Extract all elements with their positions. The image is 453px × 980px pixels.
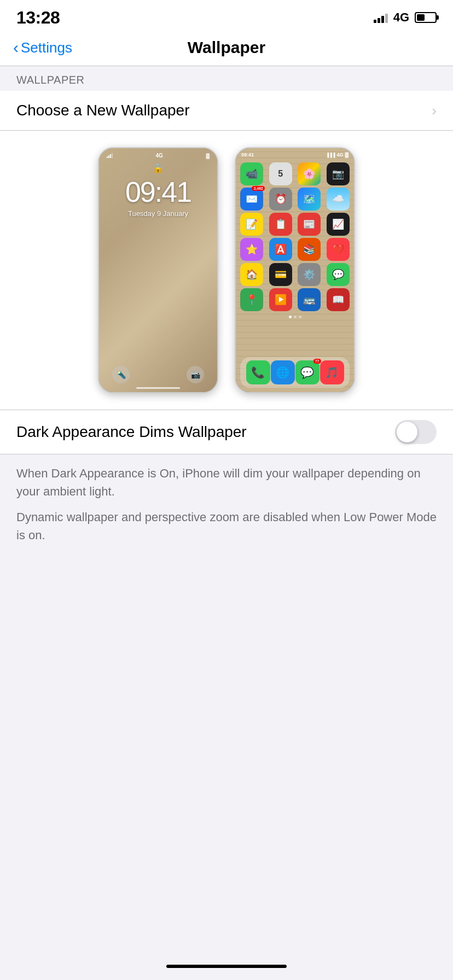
ls-home-indicator [136, 387, 180, 389]
app-photos[interactable]: 🌸 [298, 162, 321, 185]
status-bar: 13:28 4G [0, 0, 453, 33]
ls-time: 09:41 [125, 176, 191, 208]
flashlight-icon: 🔦 [112, 366, 130, 383]
hs-status-bar: 09:41 ▐▐▐ 4G ▓ [236, 148, 354, 159]
app-row-6: 📍 ▶️ 🚌 📖 [240, 288, 350, 311]
choose-wallpaper-row[interactable]: Choose a New Wallpaper › [0, 91, 453, 131]
app-health[interactable]: ❤️ [327, 238, 350, 261]
ls-date: Tuesday 9 January [128, 209, 188, 218]
dark-appearance-row: Dark Appearance Dims Wallpaper [0, 410, 453, 454]
app-camera[interactable]: 📷 [327, 162, 350, 185]
mail-badge: 3,482 [252, 186, 265, 191]
app-youtube[interactable]: ▶️ [269, 288, 292, 311]
lock-screen-preview[interactable]: 4G ▓ 🔒 09:41 Tuesday 9 January 🔦 📷 [98, 147, 218, 393]
app-news[interactable]: 📰 [298, 213, 321, 236]
app-mail[interactable]: ✉️ 3,482 [240, 188, 263, 211]
wallpaper-previews: 4G ▓ 🔒 09:41 Tuesday 9 January 🔦 📷 09:41… [0, 131, 453, 410]
description-2: Dynamic wallpaper and perspective zoom a… [16, 508, 437, 544]
nav-bar: ‹ Settings Wallpaper [0, 33, 453, 66]
home-screen-preview[interactable]: 09:41 ▐▐▐ 4G ▓ 📹 5 🌸 📷 ✉️ [235, 147, 355, 393]
app-maps[interactable]: 🗺️ [298, 188, 321, 211]
description-area: When Dark Appearance is On, iPhone will … [0, 454, 453, 554]
signal-bar-3 [381, 16, 384, 23]
battery-icon [415, 12, 437, 23]
page-title: Wallpaper [188, 38, 265, 57]
lock-icon: 🔒 [153, 163, 164, 173]
section-header: WALLPAPER [0, 66, 453, 91]
dock-safari[interactable]: 🌐 [271, 360, 295, 384]
ls-network: 4G [156, 153, 163, 159]
camera-icon: 📷 [187, 366, 204, 383]
dark-appearance-toggle[interactable] [395, 420, 437, 444]
app-calendar[interactable]: 5 [269, 162, 292, 185]
dock-phone[interactable]: 📞 [246, 360, 270, 384]
hs-battery: ▓ [345, 152, 349, 158]
signal-bars-icon [374, 12, 388, 23]
page-dots [240, 316, 350, 318]
app-settings[interactable]: ⚙️ [298, 263, 321, 286]
signal-bar-1 [374, 20, 376, 23]
app-appstore[interactable]: 🅰️ [269, 238, 292, 261]
app-home[interactable]: 🏠 [240, 263, 263, 286]
ls-signal-icon [107, 153, 113, 158]
app-collins[interactable]: 📖 [327, 288, 350, 311]
home-bar-area [0, 953, 453, 980]
app-testflight[interactable]: ⭐ [240, 238, 263, 261]
hs-time: 09:41 [241, 152, 254, 158]
description-1: When Dark Appearance is On, iPhone will … [16, 464, 437, 500]
messages-badge: 77 [313, 359, 321, 364]
app-row-5: 🏠 💳 ⚙️ 💬 [240, 263, 350, 286]
dock-music[interactable]: 🎵 [320, 360, 344, 384]
app-stocks[interactable]: 📈 [327, 213, 350, 236]
status-time: 13:28 [16, 8, 60, 28]
ls-status-bar: 4G ▓ [99, 148, 217, 161]
app-row-2: ✉️ 3,482 ⏰ 🗺️ ☁️ [240, 188, 350, 211]
hs-network: 4G [336, 152, 343, 158]
app-reminders[interactable]: 📋 [269, 213, 292, 236]
app-row-3: 📝 📋 📰 📈 [240, 213, 350, 236]
signal-bar-4 [385, 14, 388, 23]
app-notes[interactable]: 📝 [240, 213, 263, 236]
app-row-1: 📹 5 🌸 📷 [240, 162, 350, 185]
ls-bottom-controls: 🔦 📷 [99, 366, 217, 383]
choose-wallpaper-label: Choose a New Wallpaper [16, 102, 189, 119]
app-facetime[interactable]: 📹 [240, 162, 263, 185]
app-weather[interactable]: ☁️ [327, 188, 350, 211]
app-clock[interactable]: ⏰ [269, 188, 292, 211]
app-books[interactable]: 📚 [298, 238, 321, 261]
app-brighton[interactable]: 🚌 [298, 288, 321, 311]
status-icons: 4G [374, 10, 437, 25]
network-label: 4G [393, 10, 409, 25]
home-bar [166, 965, 287, 968]
dark-appearance-label: Dark Appearance Dims Wallpaper [16, 423, 247, 441]
app-row-4: ⭐ 🅰️ 📚 ❤️ [240, 238, 350, 261]
app-whatsapp[interactable]: 💬 [327, 263, 350, 286]
app-grid: 📹 5 🌸 📷 ✉️ 3,482 ⏰ 🗺️ ☁️ � [236, 159, 354, 355]
dock-messages[interactable]: 💬 77 [295, 360, 320, 384]
hs-status-icons: ▐▐▐ 4G ▓ [326, 152, 349, 158]
app-googlemaps[interactable]: 📍 [240, 288, 263, 311]
chevron-right-icon: › [432, 102, 437, 119]
toggle-knob [397, 422, 417, 442]
signal-bar-2 [378, 18, 380, 23]
back-button[interactable]: ‹ Settings [13, 39, 72, 56]
app-wallet[interactable]: 💳 [269, 263, 292, 286]
dock: 📞 🌐 💬 77 🎵 [240, 357, 350, 388]
back-label: Settings [21, 39, 72, 56]
ls-battery: ▓ [206, 153, 210, 159]
chevron-left-icon: ‹ [13, 39, 19, 56]
hs-signal: ▐▐▐ [326, 153, 335, 158]
